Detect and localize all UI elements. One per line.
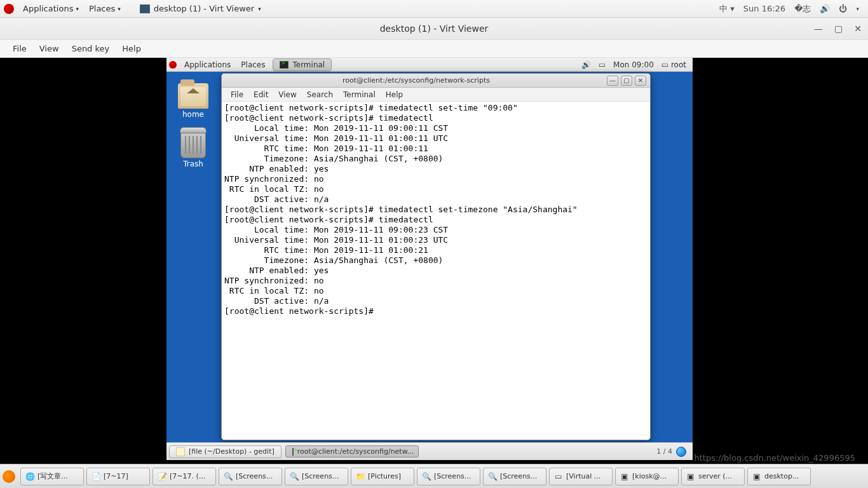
task-gedit-label: [file (~/Desktop) - gedit] xyxy=(189,447,275,456)
outer-task-list: 🌐[写文章...📄[7~17]📝[7~17. (...🔍[Screens...🔍… xyxy=(20,468,865,485)
outer-places-menu[interactable]: Places ▾ xyxy=(85,0,125,18)
maximize-button[interactable]: ▢ xyxy=(834,24,843,34)
terminal-icon xyxy=(280,61,288,69)
viewer-menu-sendkey[interactable]: Send key xyxy=(65,44,116,53)
outer-task-item[interactable]: ▣server (... xyxy=(681,468,745,485)
outer-task-label: [7~17. (... xyxy=(170,472,205,480)
outer-task-label: [Screens... xyxy=(302,472,339,480)
outer-task-label: [Screens... xyxy=(500,472,537,480)
viewer-menu-help[interactable]: Help xyxy=(116,44,147,53)
trash-icon-launcher[interactable]: Trash xyxy=(178,130,208,168)
terminal-menubar: File Edit View Search Terminal Help xyxy=(222,88,650,102)
minimize-button[interactable]: — xyxy=(814,24,823,34)
terminal-close-button[interactable]: ✕ xyxy=(635,76,646,86)
outer-task-item[interactable]: 📁[Pictures] xyxy=(351,468,414,485)
task-app-icon: 🔍 xyxy=(487,471,498,482)
power-icon[interactable]: ⏻ xyxy=(839,4,847,13)
outer-applications-label: Applications xyxy=(23,4,73,13)
viewer-menu-file[interactable]: File xyxy=(6,44,33,53)
outer-task-item[interactable]: ▣desktop... xyxy=(747,468,811,485)
terminal-menu-file[interactable]: File xyxy=(226,90,248,99)
outer-task-item[interactable]: 🔍[Screens... xyxy=(417,468,480,485)
terminal-minimize-button[interactable]: — xyxy=(607,76,618,86)
task-app-icon: 📝 xyxy=(157,471,167,482)
terminal-menu-edit[interactable]: Edit xyxy=(248,90,273,99)
inner-applications-menu[interactable]: Applications xyxy=(179,60,236,69)
ime-indicator[interactable]: 中 ▾ xyxy=(719,3,735,15)
terminal-titlebar[interactable]: root@client:/etc/sysconfig/network-scrip… xyxy=(222,74,650,88)
outer-task-item[interactable]: 📝[7~17. (... xyxy=(153,468,216,485)
terminal-menu-view[interactable]: View xyxy=(273,90,301,99)
inner-panel-left: Applications Places Terminal xyxy=(169,58,332,71)
dropdown-icon[interactable]: ▾ xyxy=(856,6,859,12)
redhat-icon xyxy=(169,61,177,69)
volume-icon[interactable]: 🔊 xyxy=(581,60,591,69)
outer-bottom-panel: 🌐[写文章...📄[7~17]📝[7~17. (...🔍[Screens...🔍… xyxy=(0,464,868,488)
guest-desktop[interactable]: Applications Places Terminal 🔊 ▭ Mon 09:… xyxy=(166,58,693,460)
battery-icon[interactable]: ▭ xyxy=(599,60,606,69)
virt-viewer-menubar: File View Send key Help xyxy=(0,40,868,58)
task-terminal-label: root@client:/etc/sysconfig/netw... xyxy=(297,447,414,456)
user-indicator[interactable]: ▭ root xyxy=(661,60,686,69)
outer-task-item[interactable]: 📄[7~17] xyxy=(86,468,150,485)
terminal-menu-help[interactable]: Help xyxy=(381,90,408,99)
outer-task-label: [写文章... xyxy=(37,471,68,481)
outer-clock[interactable]: Sun 16:26 xyxy=(743,4,785,13)
outer-task-label: [Screens... xyxy=(434,472,471,480)
trash-icon xyxy=(180,130,206,158)
home-folder-icon[interactable]: home xyxy=(178,83,208,119)
outer-task-item[interactable]: ▭[Virtual ... xyxy=(549,468,613,485)
dropdown-icon: ▾ xyxy=(76,6,79,12)
virt-viewer-titlebar[interactable]: desktop (1) - Virt Viewer — ▢ ✕ xyxy=(0,18,868,40)
outer-top-panel: Applications ▾ Places ▾ desktop (1) - Vi… xyxy=(0,0,868,18)
inner-panel-right: 🔊 ▭ Mon 09:00 ▭ root xyxy=(581,60,690,69)
terminal-output[interactable]: [root@client network-scripts]# timedatec… xyxy=(222,102,650,440)
inner-bottom-panel: [file (~/Desktop) - gedit] root@client:/… xyxy=(166,442,693,460)
task-app-icon: 🌐 xyxy=(25,471,35,482)
dropdown-icon: ▾ xyxy=(118,6,121,12)
terminal-window: root@client:/etc/sysconfig/network-scrip… xyxy=(221,73,651,440)
terminal-icon xyxy=(292,448,294,456)
outer-active-window-tab[interactable]: desktop (1) - Virt Viewer ▾ xyxy=(140,4,261,13)
outer-task-item[interactable]: 🔍[Screens... xyxy=(285,468,348,485)
inner-places-menu[interactable]: Places xyxy=(236,60,270,69)
outer-task-item[interactable]: 🔍[Screens... xyxy=(219,468,282,485)
virt-viewer-title: desktop (1) - Virt Viewer xyxy=(380,24,489,34)
close-button[interactable]: ✕ xyxy=(854,24,862,34)
terminal-title: root@client:/etc/sysconfig/network-scrip… xyxy=(226,76,607,85)
inner-clock[interactable]: Mon 09:00 xyxy=(613,60,654,69)
task-app-icon: 🔍 xyxy=(421,471,431,482)
inner-active-app-label: Terminal xyxy=(292,60,325,69)
home-folder-label: home xyxy=(178,110,208,119)
viewer-menu-view[interactable]: View xyxy=(33,44,65,53)
task-app-icon: ▭ xyxy=(553,471,564,482)
viewer-content: Applications Places Terminal 🔊 ▭ Mon 09:… xyxy=(0,58,868,460)
task-gedit[interactable]: [file (~/Desktop) - gedit] xyxy=(169,445,281,458)
workspace-switcher[interactable]: 1 / 4 xyxy=(656,447,690,457)
terminal-menu-search[interactable]: Search xyxy=(302,90,338,99)
gedit-icon xyxy=(176,447,185,456)
outer-applications-menu[interactable]: Applications ▾ xyxy=(19,0,83,18)
terminal-window-buttons: — ▢ ✕ xyxy=(607,76,646,86)
inner-active-app-tab[interactable]: Terminal xyxy=(273,58,332,71)
task-terminal[interactable]: root@client:/etc/sysconfig/netw... xyxy=(285,445,419,458)
outer-task-label: desktop... xyxy=(764,472,799,480)
outer-places-label: Places xyxy=(89,4,115,13)
terminal-menu-terminal[interactable]: Terminal xyxy=(338,90,381,99)
outer-task-item[interactable]: 🌐[写文章... xyxy=(20,468,84,485)
wifi-icon[interactable]: �志 xyxy=(794,3,811,15)
outer-task-label: [Virtual ... xyxy=(566,472,600,480)
outer-task-label: [kiosk@... xyxy=(632,472,667,480)
virt-viewer-icon xyxy=(140,4,150,13)
folder-icon xyxy=(178,83,208,109)
terminal-maximize-button[interactable]: ▢ xyxy=(621,76,632,86)
outer-task-item[interactable]: 🔍[Screens... xyxy=(483,468,546,485)
task-app-icon: 🔍 xyxy=(223,471,233,482)
outer-task-item[interactable]: ▣[kiosk@... xyxy=(615,468,679,485)
firefox-icon[interactable] xyxy=(3,470,15,483)
task-app-icon: 📁 xyxy=(355,471,365,482)
volume-icon[interactable]: 🔊 xyxy=(820,4,830,13)
workspace-label: 1 / 4 xyxy=(656,447,672,456)
inner-top-panel: Applications Places Terminal 🔊 ▭ Mon 09:… xyxy=(166,58,693,72)
outer-panel-left: Applications ▾ Places ▾ desktop (1) - Vi… xyxy=(0,0,261,18)
